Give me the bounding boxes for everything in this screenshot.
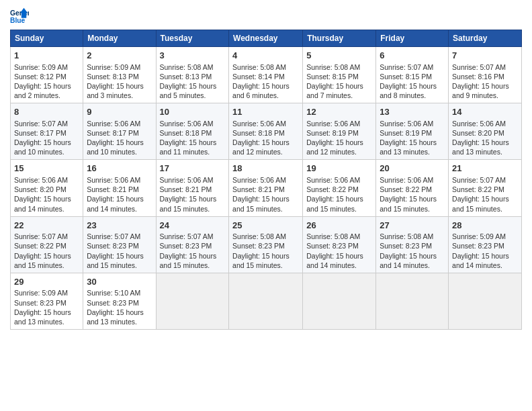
table-row: 7Sunrise: 5:07 AMSunset: 8:16 PMDaylight…	[449, 47, 522, 103]
sunrise-label: Sunrise: 5:06 AM	[87, 176, 140, 184]
sunset-label: Sunset: 8:15 PM	[380, 73, 432, 81]
sunset-label: Sunset: 8:16 PM	[452, 73, 504, 81]
table-row: 5Sunrise: 5:08 AMSunset: 8:15 PMDaylight…	[303, 47, 376, 103]
day-number: 3	[160, 50, 226, 62]
sunrise-label: Sunrise: 5:08 AM	[306, 232, 360, 240]
sunset-label: Sunset: 8:18 PM	[160, 129, 212, 137]
daylight-label: Daylight: 15 hours	[87, 82, 144, 90]
day-number: 17	[160, 163, 226, 175]
table-row: 30Sunrise: 5:10 AMSunset: 8:23 PMDayligh…	[83, 273, 156, 329]
sunset-label: Sunset: 8:23 PM	[306, 242, 359, 250]
daylight-minutes: and 3 minutes.	[87, 91, 133, 99]
daylight-label: Daylight: 15 hours	[452, 82, 509, 90]
table-row: 22Sunrise: 5:07 AMSunset: 8:22 PMDayligh…	[11, 216, 83, 273]
table-row: 15Sunrise: 5:06 AMSunset: 8:20 PMDayligh…	[11, 160, 83, 216]
daylight-minutes: and 15 minutes.	[87, 261, 137, 269]
sunset-label: Sunset: 8:20 PM	[14, 185, 66, 193]
day-number: 30	[87, 276, 152, 288]
header-row: Sunday Monday Tuesday Wednesday Thursday…	[11, 30, 522, 47]
day-number: 20	[380, 163, 445, 175]
sunset-label: Sunset: 8:18 PM	[232, 129, 285, 137]
daylight-minutes: and 8 minutes.	[380, 91, 426, 99]
table-row: 23Sunrise: 5:07 AMSunset: 8:23 PMDayligh…	[83, 216, 156, 273]
table-row: 26Sunrise: 5:08 AMSunset: 8:23 PMDayligh…	[303, 216, 376, 273]
daylight-label: Daylight: 15 hours	[160, 195, 217, 203]
sunset-label: Sunset: 8:22 PM	[452, 185, 504, 193]
header: General Blue	[10, 7, 522, 26]
sunrise-label: Sunrise: 5:08 AM	[232, 232, 286, 240]
day-number: 1	[14, 50, 79, 62]
daylight-label: Daylight: 15 hours	[452, 138, 509, 146]
table-row: 28Sunrise: 5:09 AMSunset: 8:23 PMDayligh…	[449, 216, 522, 273]
table-row: 29Sunrise: 5:09 AMSunset: 8:23 PMDayligh…	[11, 273, 83, 329]
sunset-label: Sunset: 8:23 PM	[452, 242, 504, 250]
day-number: 24	[160, 220, 226, 232]
daylight-minutes: and 13 minutes.	[87, 318, 137, 326]
sunrise-label: Sunrise: 5:06 AM	[232, 120, 286, 128]
day-number: 16	[87, 163, 152, 175]
sunrise-label: Sunrise: 5:07 AM	[452, 176, 506, 184]
day-number: 4	[232, 50, 299, 62]
sunset-label: Sunset: 8:23 PM	[380, 242, 432, 250]
sunrise-label: Sunrise: 5:08 AM	[306, 63, 360, 71]
daylight-label: Daylight: 15 hours	[452, 195, 509, 203]
daylight-minutes: and 13 minutes.	[380, 148, 430, 156]
table-row: 4Sunrise: 5:08 AMSunset: 8:14 PMDaylight…	[229, 47, 303, 103]
daylight-minutes: and 11 minutes.	[160, 148, 210, 156]
day-number: 10	[160, 106, 226, 118]
sunset-label: Sunset: 8:22 PM	[380, 185, 432, 193]
daylight-label: Daylight: 15 hours	[380, 138, 437, 146]
daylight-minutes: and 15 minutes.	[232, 205, 283, 213]
day-number: 22	[14, 220, 79, 232]
daylight-label: Daylight: 15 hours	[160, 138, 217, 146]
table-row: 2Sunrise: 5:09 AMSunset: 8:13 PMDaylight…	[83, 47, 156, 103]
day-number: 27	[380, 220, 445, 232]
daylight-label: Daylight: 15 hours	[380, 195, 437, 203]
sunset-label: Sunset: 8:20 PM	[452, 129, 504, 137]
sunrise-label: Sunrise: 5:06 AM	[380, 176, 433, 184]
daylight-minutes: and 12 minutes.	[232, 148, 283, 156]
daylight-label: Daylight: 15 hours	[160, 252, 217, 260]
sunset-label: Sunset: 8:17 PM	[14, 129, 66, 137]
daylight-minutes: and 13 minutes.	[14, 318, 64, 326]
day-number: 13	[380, 106, 445, 118]
table-row: 9Sunrise: 5:06 AMSunset: 8:17 PMDaylight…	[83, 103, 156, 160]
table-row: 27Sunrise: 5:08 AMSunset: 8:23 PMDayligh…	[376, 216, 449, 273]
daylight-minutes: and 7 minutes.	[306, 91, 353, 99]
daylight-label: Daylight: 15 hours	[87, 138, 144, 146]
daylight-label: Daylight: 15 hours	[14, 138, 71, 146]
sunrise-label: Sunrise: 5:08 AM	[380, 232, 433, 240]
daylight-minutes: and 15 minutes.	[306, 205, 357, 213]
table-row	[449, 273, 522, 329]
daylight-minutes: and 15 minutes.	[160, 261, 210, 269]
table-row: 24Sunrise: 5:07 AMSunset: 8:23 PMDayligh…	[156, 216, 229, 273]
sunrise-label: Sunrise: 5:06 AM	[160, 176, 214, 184]
sunrise-label: Sunrise: 5:06 AM	[160, 120, 214, 128]
table-row	[229, 273, 303, 329]
table-row: 21Sunrise: 5:07 AMSunset: 8:22 PMDayligh…	[449, 160, 522, 216]
daylight-label: Daylight: 15 hours	[232, 138, 290, 146]
daylight-minutes: and 15 minutes.	[14, 261, 64, 269]
sunrise-label: Sunrise: 5:08 AM	[160, 63, 214, 71]
table-row: 16Sunrise: 5:06 AMSunset: 8:21 PMDayligh…	[83, 160, 156, 216]
col-tuesday: Tuesday	[156, 30, 229, 47]
daylight-label: Daylight: 15 hours	[232, 82, 290, 90]
day-number: 26	[306, 220, 372, 232]
sunset-label: Sunset: 8:12 PM	[14, 73, 66, 81]
daylight-minutes: and 15 minutes.	[380, 205, 430, 213]
daylight-minutes: and 5 minutes.	[160, 91, 206, 99]
table-row: 18Sunrise: 5:06 AMSunset: 8:21 PMDayligh…	[229, 160, 303, 216]
sunset-label: Sunset: 8:22 PM	[306, 185, 359, 193]
daylight-label: Daylight: 15 hours	[452, 252, 509, 260]
daylight-label: Daylight: 15 hours	[380, 252, 437, 260]
sunrise-label: Sunrise: 5:09 AM	[14, 63, 68, 71]
sunset-label: Sunset: 8:23 PM	[87, 299, 139, 307]
calendar-row: 8Sunrise: 5:07 AMSunset: 8:17 PMDaylight…	[11, 103, 522, 160]
sunrise-label: Sunrise: 5:06 AM	[306, 120, 360, 128]
day-number: 21	[452, 163, 518, 175]
table-row: 17Sunrise: 5:06 AMSunset: 8:21 PMDayligh…	[156, 160, 229, 216]
daylight-minutes: and 10 minutes.	[87, 148, 137, 156]
daylight-minutes: and 14 minutes.	[452, 261, 502, 269]
sunset-label: Sunset: 8:19 PM	[380, 129, 432, 137]
daylight-minutes: and 15 minutes.	[232, 261, 283, 269]
